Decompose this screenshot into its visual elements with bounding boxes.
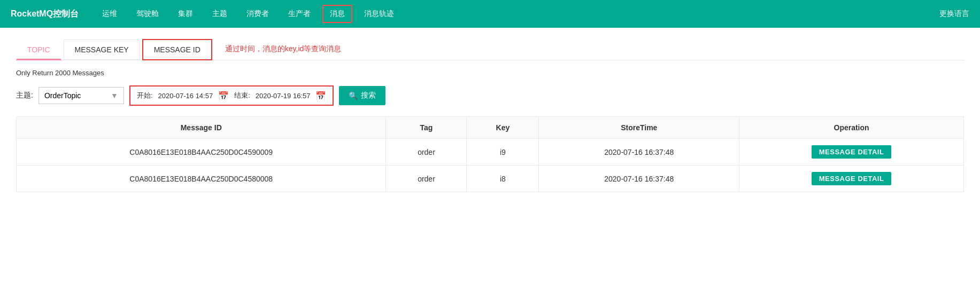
brand: RocketMQ控制台 (11, 9, 79, 20)
search-button-label: 搜索 (361, 91, 376, 100)
topic-label: 主题: (16, 91, 33, 100)
start-date-value[interactable]: 2020-07-16 14:57 (158, 92, 213, 100)
search-row: 主题: OrderTopic ▼ 开始: 2020-07-16 14:57 📅 … (16, 85, 964, 106)
nav-item-xiaofeizhe[interactable]: 消费者 (239, 5, 276, 23)
table-header-row: Message ID Tag Key StoreTime Operation (17, 117, 964, 139)
table-row: C0A8016E13E018B4AAC250D0C4580008 order i… (17, 166, 964, 192)
search-button[interactable]: 🔍 搜索 (339, 86, 385, 105)
chevron-down-icon: ▼ (111, 91, 118, 100)
nav-item-xiaoxi[interactable]: 消息 (322, 5, 352, 23)
table-row: C0A8016E13E018B4AAC250D0C4590009 order i… (17, 139, 964, 166)
nav-item-jiashicang[interactable]: 驾驶舱 (129, 5, 166, 23)
messages-table: Message ID Tag Key StoreTime Operation C… (16, 116, 964, 192)
search-icon: 🔍 (349, 91, 358, 100)
cell-tag: order (386, 139, 467, 166)
tab-message-id[interactable]: MESSAGE ID (142, 39, 212, 60)
nav-item-jiqun[interactable]: 集群 (171, 5, 200, 23)
cell-storetime: 2020-07-16 16:37:48 (539, 139, 739, 166)
col-message-id: Message ID (17, 117, 386, 139)
cell-storetime: 2020-07-16 16:37:48 (539, 166, 739, 192)
cell-key: i8 (467, 166, 539, 192)
nav-item-xiaoxiguiji[interactable]: 消息轨迹 (357, 5, 402, 23)
tab-message-key[interactable]: MESSAGE KEY (64, 40, 140, 60)
message-detail-button[interactable]: MESSAGE DETAIL (812, 172, 892, 185)
nav-item-yunwei[interactable]: 运维 (95, 5, 125, 23)
col-operation: Operation (739, 117, 964, 139)
navbar: RocketMQ控制台 运维 驾驶舱 集群 主题 消费者 生产者 消息 消息轨迹… (0, 0, 980, 28)
topic-select[interactable]: OrderTopic ▼ (38, 87, 124, 104)
start-label: 开始: (137, 91, 153, 100)
nav-item-shengchanzhe[interactable]: 生产者 (281, 5, 318, 23)
switch-lang[interactable]: 更换语言 (939, 9, 969, 19)
tabs-bar: TOPIC MESSAGE KEY MESSAGE ID 通过时间，消息的key… (16, 38, 964, 60)
tab-hint: 通过时间，消息的key,id等查询消息 (225, 44, 342, 54)
col-key: Key (467, 117, 539, 139)
end-date-value[interactable]: 2020-07-19 16:57 (256, 92, 311, 100)
only-return-label: Only Return 2000 Messages (16, 69, 964, 77)
cell-key: i9 (467, 139, 539, 166)
cell-operation: MESSAGE DETAIL (739, 139, 964, 166)
end-label: 结束: (234, 91, 250, 100)
col-tag: Tag (386, 117, 467, 139)
start-calendar-icon[interactable]: 📅 (218, 91, 229, 101)
nav-items: 运维 驾驶舱 集群 主题 消费者 生产者 消息 消息轨迹 (95, 5, 939, 23)
topic-select-value: OrderTopic (44, 91, 81, 100)
message-detail-button[interactable]: MESSAGE DETAIL (812, 145, 892, 159)
cell-tag: order (386, 166, 467, 192)
col-storetime: StoreTime (539, 117, 739, 139)
cell-operation: MESSAGE DETAIL (739, 166, 964, 192)
tab-topic[interactable]: TOPIC (16, 40, 61, 60)
main-content: TOPIC MESSAGE KEY MESSAGE ID 通过时间，消息的key… (0, 28, 980, 203)
cell-message-id: C0A8016E13E018B4AAC250D0C4590009 (17, 139, 386, 166)
date-range-box: 开始: 2020-07-16 14:57 📅 结束: 2020-07-19 16… (129, 85, 334, 106)
end-calendar-icon[interactable]: 📅 (315, 91, 326, 101)
nav-item-zhuti[interactable]: 主题 (205, 5, 235, 23)
cell-message-id: C0A8016E13E018B4AAC250D0C4580008 (17, 166, 386, 192)
